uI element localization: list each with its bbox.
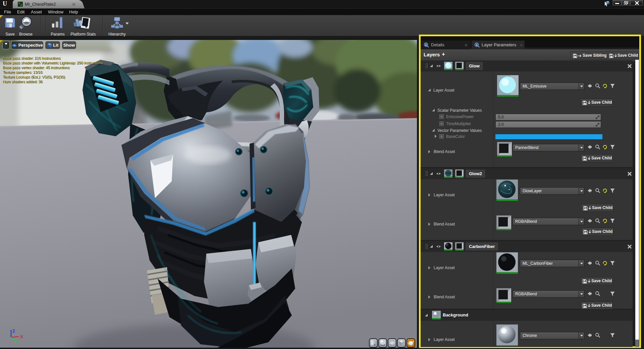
svg-text:Y: Y — [14, 339, 17, 344]
svg-text:Z: Z — [12, 329, 15, 334]
svg-text:X: X — [20, 334, 23, 339]
